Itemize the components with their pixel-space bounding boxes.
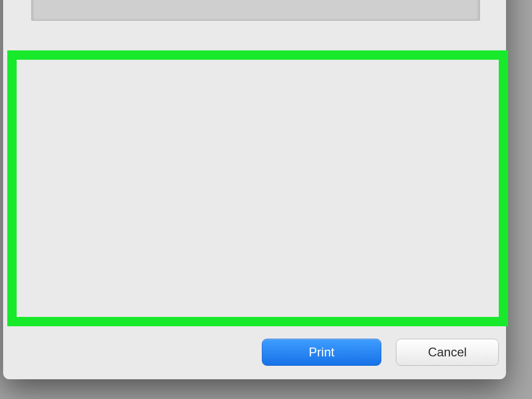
range-radio-group: All pages Pages Selection Print in rever… — [32, 111, 261, 241]
page-icon: 3 — [430, 156, 446, 177]
chevron-up-icon: ⌃ — [441, 115, 446, 120]
collate-stack-2: 1 2 3 — [407, 156, 449, 187]
print-button-label: Print — [309, 345, 334, 360]
radio-all-pages-label: All pages — [58, 119, 105, 132]
page-icon: 3 — [374, 156, 390, 177]
preview-well — [31, 0, 480, 21]
print-dialog-window: Details Range and copies All pages Pages — [3, 0, 506, 379]
cancel-button[interactable]: Cancel — [396, 339, 499, 366]
radio-icon — [32, 151, 48, 167]
radio-icon — [32, 118, 48, 134]
comments-combobox[interactable]: None (document only) ⌃⌄ — [106, 263, 273, 286]
reverse-order-label: Print in reverse page order — [56, 219, 191, 232]
updown-caret-icon: ⌃⌄ — [263, 271, 269, 279]
collate-label: Collate — [303, 165, 339, 178]
print-button[interactable]: Print — [262, 339, 381, 366]
chevron-down-icon: ⌄ — [441, 125, 446, 130]
copies-column: Number of copies ⌃ ⌄ Collate 1 2 3 — [281, 111, 488, 187]
reverse-order-row[interactable]: Print in reverse page order — [32, 210, 261, 241]
section-range-label: Range and copies — [25, 90, 117, 103]
copies-row: Number of copies ⌃ ⌄ — [281, 111, 488, 135]
radio-selection-label: Selection — [58, 185, 105, 199]
copies-stepper[interactable]: ⌃ ⌄ — [437, 111, 450, 135]
details-disclosure[interactable]: Details — [37, 67, 91, 81]
collate-stack-1: 1 2 3 — [351, 156, 393, 187]
app-background: Details Range and copies All pages Pages — [0, 0, 532, 399]
radio-icon — [32, 184, 48, 200]
section-divider — [124, 97, 493, 97]
radio-all-pages[interactable]: All pages — [32, 111, 261, 141]
section-heading-print: Print — [25, 242, 493, 255]
section-heading-range: Range and copies — [25, 90, 493, 103]
copies-label: Number of copies — [281, 116, 370, 129]
checkbox-icon — [32, 219, 46, 232]
comments-label: Comments — [38, 268, 94, 282]
collate-illustration: 1 2 3 1 2 3 — [351, 156, 449, 187]
radio-pages-label: Pages — [58, 152, 90, 166]
radio-pages[interactable]: Pages — [32, 144, 261, 174]
vertical-divider — [270, 110, 271, 237]
pages-input[interactable] — [101, 148, 247, 170]
checkbox-icon — [281, 165, 294, 178]
dialog-button-row: Print Cancel — [17, 339, 501, 366]
copies-input[interactable] — [385, 112, 422, 134]
comments-selected: None (document only) — [113, 268, 225, 282]
comments-row: Comments None (document only) ⌃⌄ — [38, 263, 273, 286]
cancel-button-label: Cancel — [428, 345, 467, 360]
section-divider — [56, 248, 493, 249]
collate-row: Collate 1 2 3 1 2 3 — [281, 156, 488, 187]
disclosure-triangle-icon — [37, 69, 46, 79]
radio-selection: Selection — [32, 177, 261, 207]
section-print-label: Print — [25, 242, 48, 255]
details-label: Details — [56, 67, 91, 81]
print-options-form: Details Range and copies All pages Pages — [17, 60, 499, 317]
